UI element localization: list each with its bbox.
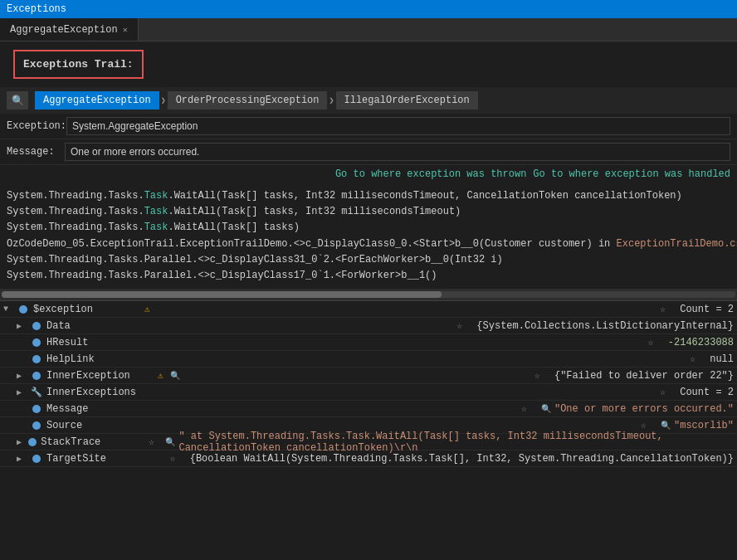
var-type-icon: 🔧 [30, 387, 43, 398]
tab-aggregate-exception[interactable]: AggregateException ✕ [0, 18, 139, 41]
breadcrumb-arrow-1: ❯ [329, 95, 334, 105]
svg-point-7 [28, 438, 37, 446]
favorite-star-icon[interactable]: ☆ [648, 337, 661, 348]
variable-name: Data [46, 320, 154, 332]
var-type-icon [30, 337, 43, 348]
trail-header: Exceptions Trail: [13, 50, 144, 79]
tab-label: AggregateException [10, 24, 118, 36]
var-type-icon [30, 453, 43, 465]
breadcrumb-item-0[interactable]: AggregateException [35, 91, 159, 110]
breadcrumb-row: 🔍 AggregateException ❯ OrderProcessingEx… [0, 87, 737, 114]
value-search-icon: 🔍 [165, 437, 175, 447]
breadcrumb-search-button[interactable]: 🔍 [7, 91, 28, 110]
favorite-star-icon[interactable]: ☆ [660, 304, 673, 314]
variable-name: HResult [46, 337, 154, 348]
favorite-star-icon[interactable]: ☆ [660, 387, 673, 397]
variable-value: {Boolean WaitAll(System.Threading.Tasks.… [190, 453, 734, 465]
svg-point-4 [32, 372, 41, 380]
value-search-icon: 🔍 [541, 404, 551, 414]
scrollbar-thumb[interactable] [2, 291, 442, 298]
breadcrumb-item-1[interactable]: OrderProcessingException [168, 91, 328, 110]
favorite-star-icon[interactable]: ☆ [456, 320, 470, 331]
scrollbar-area[interactable] [0, 289, 737, 300]
stack-line: System.Threading.Tasks.Task.WaitAll(Task… [7, 204, 730, 220]
variable-value: " at System.Threading.Tasks.Task.WaitAll… [178, 431, 734, 454]
favorite-star-icon[interactable]: ☆ [641, 420, 654, 431]
expand-icon[interactable]: ▶ [17, 454, 27, 464]
expand-icon[interactable]: ▶ [17, 321, 27, 331]
variable-value: null [710, 353, 734, 365]
variable-row[interactable]: Message☆🔍"One or more errors occurred." [0, 401, 737, 417]
exception-label: Exception: [7, 120, 66, 132]
stack-line: System.Threading.Tasks.Parallel.<>c_Disp… [7, 252, 730, 268]
var-type-icon [30, 370, 43, 382]
go-to-thrown-link[interactable]: Go to where exception was thrown [335, 168, 526, 180]
variable-name: InnerException [46, 370, 154, 382]
warning-icon: ⚠ [144, 304, 150, 314]
expand-icon[interactable]: ▶ [17, 387, 27, 397]
scrollbar-track[interactable] [2, 291, 735, 298]
warning-icon: ⚠ [158, 370, 164, 381]
breadcrumb-item-2[interactable]: IllegalOrderException [336, 91, 478, 110]
links-row: Go to where exception was thrown Go to w… [0, 165, 737, 183]
message-label: Message: [7, 146, 65, 158]
favorite-star-icon[interactable]: ☆ [690, 353, 703, 364]
variable-value: -2146233088 [668, 337, 734, 348]
stack-line: System.Threading.Tasks.Parallel.<>c_Disp… [7, 268, 730, 284]
variable-row[interactable]: ▶🔧InnerExceptions☆Count = 2 [0, 384, 737, 401]
value-search-icon: 🔍 [661, 421, 671, 431]
var-type-icon [27, 436, 37, 448]
svg-point-6 [32, 421, 41, 430]
variables-section: ▼$exception⚠☆Count = 2▶Data☆{System.Coll… [0, 300, 737, 467]
exception-field-row: Exception: [0, 114, 737, 139]
warning-extra-icon: 🔍 [170, 371, 180, 381]
variable-name: StackTrace [41, 436, 149, 448]
svg-point-1 [32, 322, 41, 330]
variable-value: {"Failed to deliver order 22"} [554, 370, 734, 382]
svg-point-2 [32, 338, 41, 347]
expand-icon[interactable]: ▶ [17, 371, 27, 381]
variable-row[interactable]: ▶Data☆{System.Collections.ListDictionary… [0, 318, 737, 334]
variable-row[interactable]: ▶StackTrace☆🔍" at System.Threading.Tasks… [0, 434, 737, 450]
message-field-row: Message: [0, 139, 737, 165]
var-type-icon [30, 420, 43, 431]
close-tab-icon[interactable]: ✕ [123, 25, 128, 35]
variable-row[interactable]: HelpLink☆null [0, 351, 737, 368]
variable-name: Message [46, 403, 154, 415]
variable-name: TargetSite [46, 453, 154, 465]
var-type-icon [30, 320, 43, 332]
go-to-handled-link[interactable]: Go to where exception was handled [533, 168, 730, 180]
variable-row[interactable]: ▶InnerException⚠🔍☆{"Failed to deliver or… [0, 368, 737, 384]
favorite-star-icon[interactable]: ☆ [149, 436, 159, 447]
favorite-star-icon[interactable]: ☆ [170, 453, 183, 464]
variable-value: "mscorlib" [674, 420, 734, 431]
variable-value: "One or more errors occurred." [554, 403, 734, 415]
variable-row[interactable]: ▶TargetSite☆{Boolean WaitAll(System.Thre… [0, 450, 737, 467]
tab-row: AggregateException ✕ [0, 18, 737, 41]
variable-value: {System.Collections.ListDictionaryIntern… [476, 320, 734, 332]
variable-row[interactable]: HResult☆-2146233088 [0, 334, 737, 351]
variable-value: Count = 2 [680, 387, 734, 398]
favorite-star-icon[interactable]: ☆ [521, 403, 534, 414]
variable-name: HelpLink [46, 353, 154, 365]
svg-point-5 [32, 405, 41, 413]
stack-line: System.Threading.Tasks.Task.WaitAll(Task… [7, 220, 730, 236]
title-bar: Exceptions [0, 0, 737, 18]
expand-icon[interactable]: ▶ [17, 437, 24, 447]
svg-point-0 [19, 305, 27, 314]
expand-icon[interactable]: ▼ [3, 304, 13, 314]
var-type-icon [17, 304, 30, 315]
favorite-star-icon[interactable]: ☆ [534, 370, 548, 381]
variable-name: $exception [33, 304, 141, 315]
var-type-icon [30, 403, 43, 415]
exception-value-input[interactable] [66, 117, 730, 135]
title-text: Exceptions [7, 3, 66, 15]
svg-point-8 [32, 455, 41, 463]
message-value-input[interactable] [65, 143, 730, 161]
stack-trace-area: System.Threading.Tasks.Task.WaitAll(Task… [0, 183, 737, 289]
breadcrumb-arrow-0: ❯ [161, 95, 166, 105]
variable-value: Count = 2 [680, 304, 734, 315]
svg-point-3 [32, 355, 41, 363]
variable-row[interactable]: ▼$exception⚠☆Count = 2 [0, 301, 737, 318]
variable-name: Source [46, 420, 154, 431]
